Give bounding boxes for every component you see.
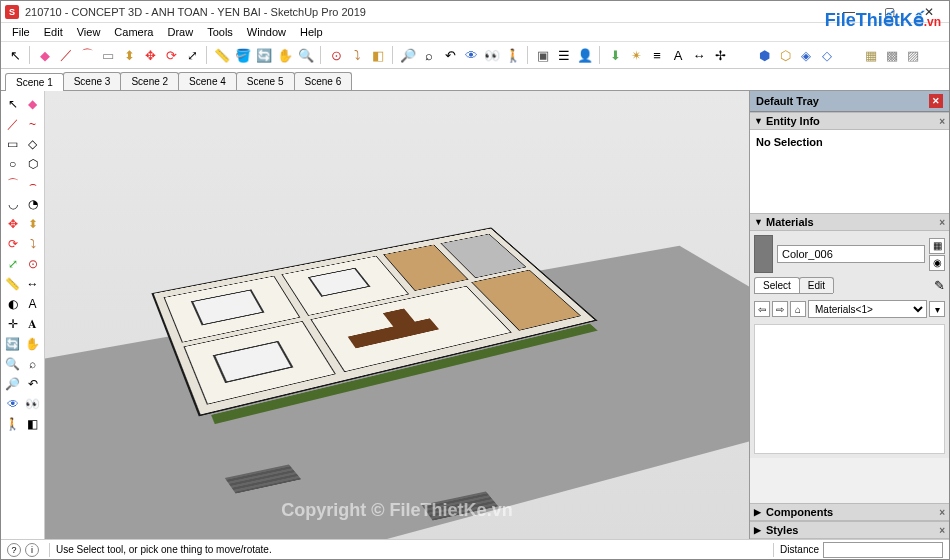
tray-header[interactable]: Default Tray ✕ bbox=[750, 91, 949, 112]
menu-help[interactable]: Help bbox=[293, 25, 330, 39]
solid-subtract-icon[interactable]: ⬡ bbox=[775, 45, 795, 65]
zoom-window-icon[interactable]: ⌕ bbox=[24, 355, 42, 373]
arc-icon[interactable]: ⌒ bbox=[4, 175, 22, 193]
scale-icon[interactable]: ⤢ bbox=[182, 45, 202, 65]
walk-icon[interactable]: 🚶 bbox=[4, 415, 22, 433]
rotate-icon[interactable]: ⟳ bbox=[4, 235, 22, 253]
arc-icon[interactable]: ⌒ bbox=[77, 45, 97, 65]
measurement-input[interactable] bbox=[823, 542, 943, 558]
offset-icon[interactable]: ⊙ bbox=[326, 45, 346, 65]
line-icon[interactable]: ／ bbox=[4, 115, 22, 133]
position-camera-icon[interactable]: 👁 bbox=[4, 395, 22, 413]
default-material-icon[interactable]: ◉ bbox=[929, 255, 945, 271]
components-header[interactable]: ▶ Components × bbox=[750, 503, 949, 521]
menu-tools[interactable]: Tools bbox=[200, 25, 240, 39]
tray-close-icon[interactable]: ✕ bbox=[929, 94, 943, 108]
maximize-button[interactable]: ▢ bbox=[869, 1, 909, 23]
panel-close-icon[interactable]: × bbox=[939, 507, 945, 518]
materials-tab-select[interactable]: Select bbox=[754, 277, 800, 293]
style3-icon[interactable]: ▨ bbox=[903, 45, 923, 65]
rotated-rect-icon[interactable]: ◇ bbox=[24, 135, 42, 153]
zoom-extents-icon[interactable]: 🔎 bbox=[398, 45, 418, 65]
menu-camera[interactable]: Camera bbox=[107, 25, 160, 39]
pie-icon[interactable]: ◔ bbox=[24, 195, 42, 213]
text-icon[interactable]: A bbox=[24, 295, 42, 313]
help-icon[interactable]: ? bbox=[7, 543, 21, 557]
info-icon[interactable]: i bbox=[25, 543, 39, 557]
material-swatch[interactable] bbox=[754, 235, 773, 273]
circle-icon[interactable]: ○ bbox=[4, 155, 22, 173]
section-icon[interactable]: ◧ bbox=[368, 45, 388, 65]
panel-close-icon[interactable]: × bbox=[939, 525, 945, 536]
menu-window[interactable]: Window bbox=[240, 25, 293, 39]
zoom-extents-icon[interactable]: 🔎 bbox=[4, 375, 22, 393]
tape-icon[interactable]: 📏 bbox=[4, 275, 22, 293]
eyedropper-icon[interactable]: ✎ bbox=[934, 278, 945, 293]
select-icon[interactable]: ↖ bbox=[4, 95, 22, 113]
orbit-icon[interactable]: 🔄 bbox=[254, 45, 274, 65]
person-icon[interactable]: 👤 bbox=[575, 45, 595, 65]
section-icon[interactable]: ◧ bbox=[24, 415, 42, 433]
material-name-input[interactable] bbox=[777, 245, 925, 263]
position-camera-icon[interactable]: 👁 bbox=[461, 45, 481, 65]
move-icon[interactable]: ✥ bbox=[4, 215, 22, 233]
select-icon[interactable]: ↖ bbox=[5, 45, 25, 65]
scene-tab[interactable]: Scene 2 bbox=[120, 72, 179, 90]
scene-tab[interactable]: Scene 5 bbox=[236, 72, 295, 90]
scene-tab[interactable]: Scene 3 bbox=[63, 72, 122, 90]
materials-grid[interactable] bbox=[754, 324, 945, 454]
pan-icon[interactable]: ✋ bbox=[275, 45, 295, 65]
pushpull-icon[interactable]: ⬍ bbox=[24, 215, 42, 233]
menu-file[interactable]: File bbox=[5, 25, 37, 39]
look-around-icon[interactable]: 👀 bbox=[24, 395, 42, 413]
panel-close-icon[interactable]: × bbox=[939, 116, 945, 127]
details-icon[interactable]: ▾ bbox=[929, 301, 945, 317]
materials-header[interactable]: ▼ Materials × bbox=[750, 213, 949, 231]
pan-icon[interactable]: ✋ bbox=[24, 335, 42, 353]
look-around-icon[interactable]: 👀 bbox=[482, 45, 502, 65]
freehand-icon[interactable]: ~ bbox=[24, 115, 42, 133]
axes-icon[interactable]: ✛ bbox=[4, 315, 22, 333]
scene-tab[interactable]: Scene 6 bbox=[294, 72, 353, 90]
polygon-icon[interactable]: ⬡ bbox=[24, 155, 42, 173]
dimension-icon[interactable]: ↔ bbox=[689, 45, 709, 65]
make-component-icon[interactable]: ▣ bbox=[533, 45, 553, 65]
3pt-arc-icon[interactable]: ◡ bbox=[4, 195, 22, 213]
paint-icon[interactable]: 🪣 bbox=[233, 45, 253, 65]
previous-icon[interactable]: ↶ bbox=[440, 45, 460, 65]
followme-icon[interactable]: ⤵ bbox=[347, 45, 367, 65]
zoom-icon[interactable]: 🔍 bbox=[296, 45, 316, 65]
materials-library-select[interactable]: Materials<1> bbox=[808, 300, 927, 318]
scene-tab[interactable]: Scene 1 bbox=[5, 73, 64, 91]
warehouse-icon[interactable]: ⬇ bbox=[605, 45, 625, 65]
viewport[interactable]: Copyright © FileThietKe.vn bbox=[45, 91, 749, 539]
solid-trim-icon[interactable]: ◇ bbox=[817, 45, 837, 65]
extensions-icon[interactable]: ✴ bbox=[626, 45, 646, 65]
scene-tab[interactable]: Scene 4 bbox=[178, 72, 237, 90]
zoom-icon[interactable]: 🔍 bbox=[4, 355, 22, 373]
pushpull-icon[interactable]: ⬍ bbox=[119, 45, 139, 65]
scale-icon[interactable]: ⤢ bbox=[4, 255, 22, 273]
dimension-icon[interactable]: ↔ bbox=[24, 275, 42, 293]
walk-icon[interactable]: 🚶 bbox=[503, 45, 523, 65]
menu-view[interactable]: View bbox=[70, 25, 108, 39]
style1-icon[interactable]: ▦ bbox=[861, 45, 881, 65]
forward-icon[interactable]: ⇨ bbox=[772, 301, 788, 317]
create-material-icon[interactable]: ▦ bbox=[929, 238, 945, 254]
eraser-icon[interactable]: ◆ bbox=[24, 95, 42, 113]
home-icon[interactable]: ⌂ bbox=[790, 301, 806, 317]
styles-header[interactable]: ▶ Styles × bbox=[750, 521, 949, 539]
previous-view-icon[interactable]: ↶ bbox=[24, 375, 42, 393]
line-icon[interactable]: ／ bbox=[56, 45, 76, 65]
protractor-icon[interactable]: ◐ bbox=[4, 295, 22, 313]
panel-close-icon[interactable]: × bbox=[939, 217, 945, 228]
entity-info-header[interactable]: ▼ Entity Info × bbox=[750, 112, 949, 130]
back-icon[interactable]: ⇦ bbox=[754, 301, 770, 317]
zoom-window-icon[interactable]: ⌕ bbox=[419, 45, 439, 65]
materials-tab-edit[interactable]: Edit bbox=[799, 277, 834, 293]
close-button[interactable]: ✕ bbox=[909, 1, 949, 23]
rectangle-icon[interactable]: ▭ bbox=[4, 135, 22, 153]
menu-edit[interactable]: Edit bbox=[37, 25, 70, 39]
style2-icon[interactable]: ▩ bbox=[882, 45, 902, 65]
followme-icon[interactable]: ⤵ bbox=[24, 235, 42, 253]
